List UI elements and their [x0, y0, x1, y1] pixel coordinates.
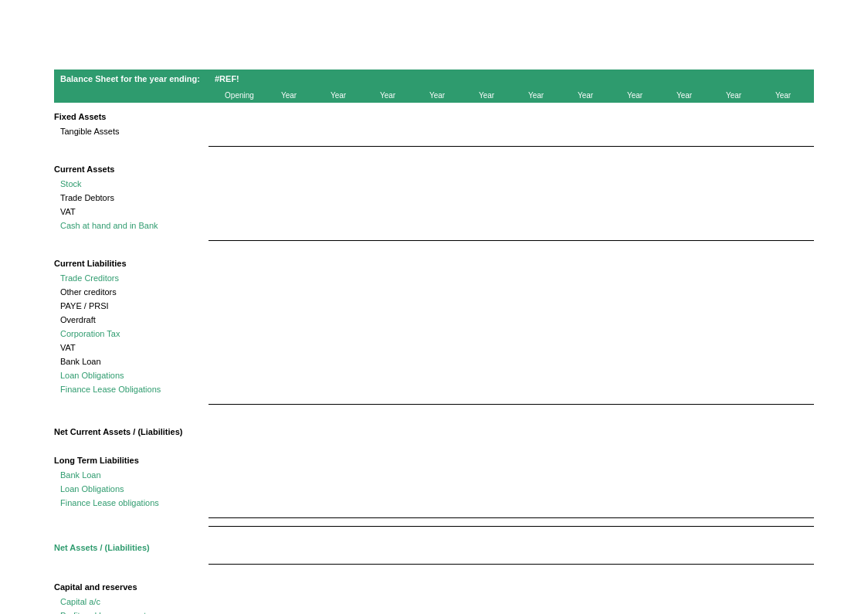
item-finance-lease-cl: Finance Lease Obligations	[54, 385, 209, 394]
col-year-1: Year	[264, 91, 314, 100]
column-headers: Opening Year Year Year Year Year Year Ye…	[54, 88, 814, 103]
list-item: VAT	[54, 341, 814, 354]
page: Balance Sheet for the year ending: #REF!…	[0, 70, 868, 614]
ref-value: #REF!	[215, 74, 276, 83]
item-overdraft: Overdraft	[54, 315, 209, 324]
list-item: Bank Loan	[54, 468, 814, 482]
section-capital: Capital and reserves	[54, 581, 814, 593]
col-year-6: Year	[511, 91, 561, 100]
list-item: Bank Loan	[54, 354, 814, 368]
item-bank-loan-lt: Bank Loan	[54, 470, 209, 480]
list-item: Loan Obligations	[54, 368, 814, 382]
divider	[54, 141, 814, 147]
col-year-2: Year	[314, 91, 363, 100]
list-item: Overdraft	[54, 313, 814, 327]
sheet-title: Balance Sheet for the year ending:	[60, 74, 215, 83]
section-current-assets: Current Assets	[54, 163, 814, 175]
item-vat-cl: VAT	[54, 343, 209, 352]
divider	[54, 512, 814, 518]
divider-double	[54, 521, 814, 527]
content-area: Balance Sheet for the year ending: #REF!…	[54, 70, 814, 614]
col-year-8: Year	[610, 91, 659, 100]
item-vat-ca: VAT	[54, 207, 209, 216]
list-item: Cash at hand and in Bank	[54, 219, 814, 232]
section-long-term: Long Term Liabilities	[54, 454, 814, 466]
list-item: Corporation Tax	[54, 327, 814, 341]
item-other-creditors: Other creditors	[54, 287, 209, 297]
col-year-4: Year	[412, 91, 462, 100]
col-year-10: Year	[709, 91, 758, 100]
item-loan-obligations-lt: Loan Obligations	[54, 484, 209, 494]
item-loan-obligations-cl: Loan Obligations	[54, 371, 209, 380]
net-current-row: Net Current Assets / (Liabilities)	[54, 423, 814, 440]
col-opening: Opening	[215, 91, 264, 100]
list-item: Trade Debtors	[54, 191, 814, 205]
divider	[54, 558, 814, 565]
list-item: PAYE / PRSI	[54, 299, 814, 313]
row-cells	[209, 125, 814, 137]
item-trade-debtors: Trade Debtors	[54, 193, 209, 202]
divider	[54, 399, 814, 405]
section-current-liabilities: Current Liabilities	[54, 257, 814, 270]
item-trade-creditors: Trade Creditors	[54, 273, 209, 283]
list-item: Profit and loss account	[54, 609, 814, 614]
net-assets-row: Net Assets / (Liabilities)	[54, 539, 814, 556]
section-fixed-assets: Fixed Assets	[54, 110, 814, 123]
list-item: Tangible Assets	[54, 124, 814, 138]
net-assets-label: Net Assets / (Liabilities)	[54, 543, 209, 552]
list-item: Stock	[54, 177, 814, 191]
list-item: Capital a/c	[54, 595, 814, 609]
item-cash: Cash at hand and in Bank	[54, 221, 209, 230]
item-profit-loss: Profit and loss account	[54, 611, 209, 614]
col-year-3: Year	[363, 91, 412, 100]
item-bank-loan-cl: Bank Loan	[54, 357, 209, 366]
item-capital-ac: Capital a/c	[54, 597, 209, 606]
list-item: VAT	[54, 205, 814, 219]
col-year-9: Year	[659, 91, 709, 100]
list-item: Other creditors	[54, 285, 814, 299]
divider	[54, 235, 814, 241]
list-item: Finance Lease Obligations	[54, 382, 814, 396]
item-finance-lease-lt: Finance Lease obligations	[54, 498, 209, 507]
list-item: Finance Lease obligations	[54, 496, 814, 510]
col-year-5: Year	[462, 91, 511, 100]
item-stock: Stock	[54, 179, 209, 188]
col-year-7: Year	[561, 91, 610, 100]
item-corporation-tax: Corporation Tax	[54, 329, 209, 338]
list-item: Loan Obligations	[54, 482, 814, 496]
net-current-label: Net Current Assets / (Liabilities)	[54, 427, 209, 436]
col-year-11: Year	[758, 91, 808, 100]
list-item: Trade Creditors	[54, 271, 814, 285]
header-bar-title: Balance Sheet for the year ending: #REF!	[54, 70, 814, 88]
item-tangible-assets: Tangible Assets	[54, 127, 209, 136]
item-paye-prsi: PAYE / PRSI	[54, 301, 209, 310]
